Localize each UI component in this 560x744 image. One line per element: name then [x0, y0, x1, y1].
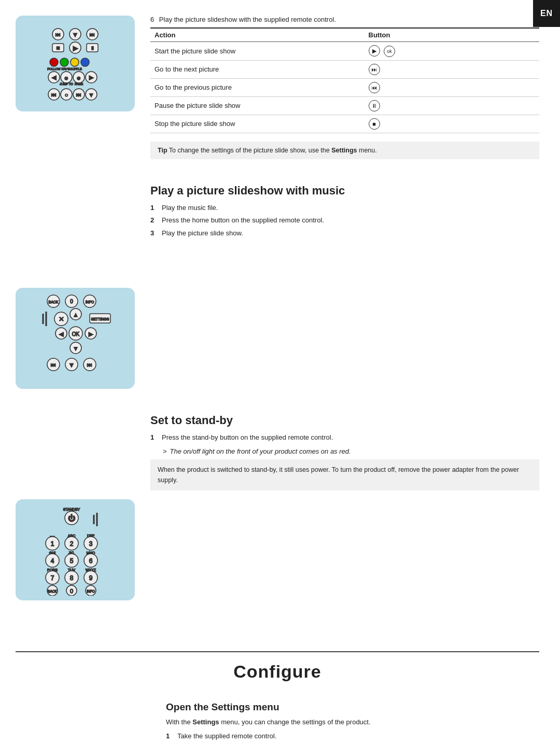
- svg-point-14: [71, 58, 79, 66]
- content-area-1: 6 Play the picture slideshow with the su…: [150, 16, 539, 174]
- svg-text:6: 6: [89, 557, 92, 565]
- svg-text:⏭: ⏭: [76, 92, 81, 97]
- standby-steps: 1 Press the stand-by button on the suppl…: [150, 432, 539, 443]
- list-item: 3 Play the picture slide show.: [150, 228, 539, 238]
- settings-steps: 1 Take the supplied remote control. 2 Tu…: [166, 731, 519, 745]
- table-row: Go to the next picture ⏭: [150, 60, 539, 78]
- svg-text:◀: ◀: [52, 74, 57, 80]
- tip-label: Tip: [158, 147, 167, 154]
- svg-text:⏭: ⏭: [87, 362, 92, 368]
- remote-image-2: BACK 0 INFO ✕ ▲: [16, 174, 150, 403]
- svg-text:INFO: INFO: [87, 589, 95, 593]
- svg-text:⊙: ⊙: [64, 76, 68, 81]
- remote-svg-2: BACK 0 INFO ✕ ▲: [33, 292, 118, 384]
- configure-title-row: Configure: [16, 652, 539, 701]
- table-cell-action: Pause the picture slide show: [150, 96, 365, 115]
- ok-button-icon: ok: [384, 46, 395, 57]
- pause-button-icon: ⏸: [369, 100, 380, 111]
- action-table: Action Button Start the picture slide sh…: [150, 27, 539, 133]
- play-button-icon: ▶: [369, 45, 380, 57]
- svg-text:⏮: ⏮: [55, 32, 61, 37]
- tip-box: Tip To change the settings of the pictur…: [150, 142, 539, 159]
- svg-text:SHUFFLE: SHUFFLE: [67, 67, 81, 71]
- svg-text:8: 8: [69, 574, 73, 582]
- svg-text:▶: ▶: [89, 331, 93, 337]
- svg-text:▼: ▼: [68, 361, 75, 369]
- step-6-num: 6: [150, 16, 154, 23]
- page-layout: ⏮ ▼ ⏭ ■ ▶ ⏸: [0, 0, 560, 646]
- svg-point-13: [60, 58, 68, 66]
- svg-text:0: 0: [70, 299, 73, 304]
- svg-text:5: 5: [69, 557, 73, 565]
- svg-text:⏻: ⏻: [68, 514, 75, 522]
- svg-text:⊗: ⊗: [77, 76, 81, 81]
- step-6-text: 6 Play the picture slideshow with the su…: [150, 16, 539, 23]
- svg-text:STANDBY: STANDBY: [63, 508, 80, 511]
- settings-bold: Settings: [192, 718, 219, 726]
- list-item: 1 Take the supplied remote control.: [166, 731, 519, 741]
- list-item: 1 Press the stand-by button on the suppl…: [150, 432, 539, 443]
- tip-bold: Settings: [331, 147, 357, 154]
- slideshow-music-steps: 1 Play the music file. 2 Press the home …: [150, 203, 539, 238]
- svg-text:▶: ▶: [89, 74, 94, 80]
- configure-section: Configure Open the Settings menu With th…: [16, 651, 539, 745]
- table-cell-button: ⏮: [365, 78, 540, 96]
- svg-text:JUMP TO: JUMP TO: [60, 82, 73, 86]
- remote-image-1: ⏮ ▼ ⏭ ■ ▶ ⏸: [16, 16, 150, 174]
- standby-info-box: When the product is switched to stand-by…: [150, 459, 539, 490]
- svg-text:7: 7: [50, 574, 54, 582]
- svg-text:◀: ◀: [59, 331, 64, 337]
- svg-text:▼: ▼: [72, 31, 78, 38]
- svg-text:✕: ✕: [58, 315, 64, 323]
- table-cell-button: ⏸: [365, 96, 540, 115]
- svg-text:0: 0: [69, 588, 73, 594]
- list-item: 1 Play the music file.: [150, 203, 539, 213]
- configure-title: Configure: [16, 662, 539, 682]
- svg-point-12: [50, 58, 58, 66]
- svg-text:▶: ▶: [73, 45, 78, 52]
- svg-text:⏮: ⏮: [51, 92, 57, 97]
- svg-text:FAV: FAV: [62, 67, 67, 71]
- table-col-action: Action: [150, 28, 365, 42]
- list-item: 2 Press the home button on the supplied …: [150, 215, 539, 226]
- settings-menu-title: Open the Settings menu: [166, 701, 519, 713]
- table-cell-button: ⏭: [365, 60, 540, 78]
- svg-text:OK: OK: [72, 331, 79, 337]
- configure-body: Open the Settings menu With the Settings…: [16, 701, 539, 745]
- standby-title: Set to stand-by: [150, 414, 539, 427]
- slideshow-music-title: Play a picture slideshow with music: [150, 184, 539, 198]
- prev-button-icon: ⏮: [369, 82, 380, 93]
- svg-text:4: 4: [50, 557, 54, 565]
- table-cell-action: Go to the previous picture: [150, 78, 365, 96]
- svg-text:SETTINGS: SETTINGS: [91, 317, 109, 321]
- svg-text:INFO: INFO: [85, 300, 94, 304]
- table-row: Go to the previous picture ⏮: [150, 78, 539, 96]
- table-row: Pause the picture slide show ⏸: [150, 96, 539, 115]
- standby-result: The on/off light on the front of your pr…: [163, 447, 539, 455]
- svg-text:PAGE: PAGE: [75, 82, 83, 86]
- svg-text:⏸: ⏸: [90, 46, 95, 51]
- table-cell-action: Go to the next picture: [150, 60, 365, 78]
- table-cell-button: ▶ ok: [365, 42, 540, 61]
- svg-text:○: ○: [65, 92, 68, 98]
- stop-button-icon: ■: [369, 118, 380, 130]
- svg-text:BACK: BACK: [48, 300, 58, 304]
- remote-image-3: STANDBY ⏻ --.- ABC DEF 1 2 3: [16, 403, 150, 615]
- svg-text:FOLLOW: FOLLOW: [47, 67, 61, 71]
- settings-intro: With the Settings menu, you can change t…: [166, 718, 519, 726]
- content-area-2: Play a picture slideshow with music 1 Pl…: [150, 174, 539, 403]
- table-row: Start the picture slide show ▶ ok: [150, 42, 539, 61]
- svg-point-15: [81, 58, 89, 66]
- svg-text:⏭: ⏭: [90, 32, 95, 37]
- content-area-3: Set to stand-by 1 Press the stand-by but…: [150, 403, 539, 615]
- svg-text:3: 3: [89, 540, 92, 548]
- table-cell-action: Stop the picture slide show: [150, 115, 365, 133]
- svg-text:BACK: BACK: [48, 589, 57, 593]
- svg-text:▲: ▲: [73, 312, 78, 318]
- svg-text:⏮: ⏮: [51, 362, 56, 368]
- next-button-icon: ⏭: [369, 64, 380, 75]
- remote-svg-3: STANDBY ⏻ --.- ABC DEF 1 2 3: [33, 503, 118, 596]
- table-cell-action: Start the picture slide show: [150, 42, 365, 61]
- remote-svg-1: ⏮ ▼ ⏭ ■ ▶ ⏸: [31, 23, 119, 105]
- tip-text2: menu.: [359, 147, 377, 154]
